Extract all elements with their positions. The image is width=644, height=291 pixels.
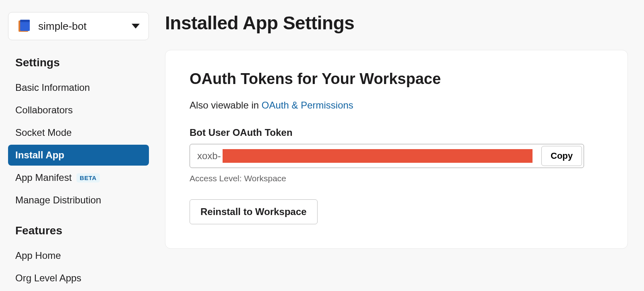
- nav-group-features: Features App Home Org Level Apps: [8, 224, 149, 289]
- sidebar-item-manage-distribution[interactable]: Manage Distribution: [8, 190, 149, 211]
- sidebar-item-label: Org Level Apps: [15, 273, 81, 284]
- sidebar-item-basic-information[interactable]: Basic Information: [8, 77, 149, 98]
- card-subtext: Also viewable in OAuth & Permissions: [190, 100, 603, 111]
- main-content: Installed App Settings OAuth Tokens for …: [157, 0, 644, 291]
- svg-rect-2: [20, 20, 30, 22]
- sidebar-item-collaborators[interactable]: Collaborators: [8, 100, 149, 121]
- sidebar-item-socket-mode[interactable]: Socket Mode: [8, 122, 149, 143]
- sidebar-item-install-app[interactable]: Install App: [8, 145, 149, 166]
- sidebar-item-app-home[interactable]: App Home: [8, 245, 149, 266]
- app-selector-dropdown[interactable]: simple-bot: [8, 12, 149, 40]
- token-prefix: xoxb-: [197, 150, 221, 162]
- sidebar-item-app-manifest[interactable]: App Manifest BETA: [8, 167, 149, 188]
- reinstall-button[interactable]: Reinstall to Workspace: [190, 199, 318, 224]
- beta-badge: BETA: [76, 173, 100, 182]
- card-title: OAuth Tokens for Your Workspace: [190, 70, 603, 88]
- sidebar-item-label: Manage Distribution: [15, 195, 101, 206]
- app-selector-name: simple-bot: [38, 20, 132, 33]
- page-title: Installed App Settings: [165, 12, 628, 34]
- sidebar-item-label: Collaborators: [15, 105, 73, 116]
- token-row: xoxb- Copy: [190, 144, 584, 168]
- sidebar-item-label: App Manifest: [15, 172, 72, 183]
- caret-down-icon: [132, 24, 140, 29]
- sidebar-item-label: Socket Mode: [15, 127, 72, 138]
- sidebar-item-label: App Home: [15, 250, 61, 261]
- sidebar-item-org-level-apps[interactable]: Org Level Apps: [8, 268, 149, 289]
- oauth-permissions-link[interactable]: OAuth & Permissions: [262, 100, 353, 111]
- sidebar: simple-bot Settings Basic Information Co…: [0, 0, 157, 291]
- bot-token-input[interactable]: xoxb-: [190, 144, 540, 168]
- nav-group-title: Settings: [15, 56, 149, 69]
- book-icon: [17, 19, 32, 33]
- copy-button[interactable]: Copy: [541, 146, 582, 166]
- oauth-tokens-card: OAuth Tokens for Your Workspace Also vie…: [165, 50, 628, 249]
- sidebar-item-label: Install App: [15, 150, 64, 161]
- subtext-prefix: Also viewable in: [190, 100, 262, 111]
- nav-group-settings: Settings Basic Information Collaborators…: [8, 56, 149, 211]
- token-field-label: Bot User OAuth Token: [190, 127, 603, 138]
- access-level-text: Access Level: Workspace: [190, 174, 603, 183]
- nav-group-title: Features: [15, 224, 149, 237]
- token-redacted-area: [223, 149, 533, 163]
- sidebar-item-label: Basic Information: [15, 82, 90, 93]
